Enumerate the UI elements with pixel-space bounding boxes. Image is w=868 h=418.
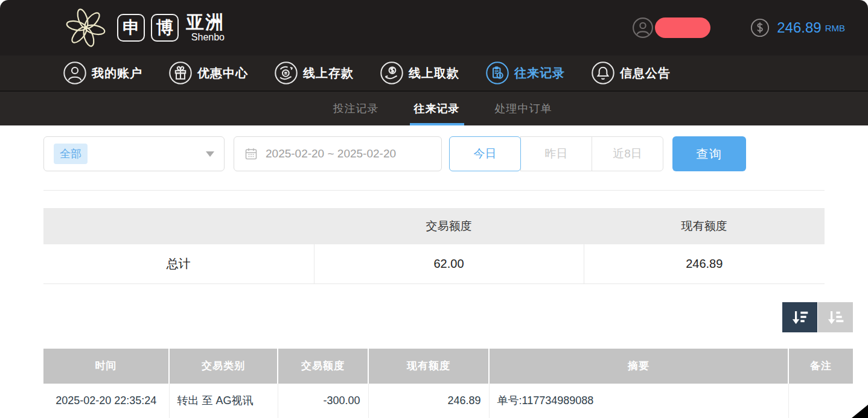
flower-logo-icon (60, 2, 111, 53)
tab-pending-orders[interactable]: 处理中订单 (495, 92, 552, 125)
nav-item-label: 线上存款 (303, 65, 354, 81)
tab-label: 投注记录 (333, 101, 379, 116)
type-select[interactable]: 全部 (43, 136, 225, 171)
username-redacted-pill[interactable] (655, 17, 710, 38)
records-header-note: 备注 (788, 349, 853, 384)
records-header-time: 时间 (43, 349, 169, 384)
balance-currency: RMB (825, 23, 845, 33)
summary-total-balance: 246.89 (584, 244, 825, 283)
record-note (788, 384, 853, 418)
nav-item-promotions[interactable]: 优惠中心 (169, 62, 248, 84)
nav-item-transactions[interactable]: 往来记录 (486, 62, 565, 84)
records-header-balance: 现有额度 (368, 349, 489, 384)
sort-descending-button[interactable] (782, 302, 817, 332)
sort-ascending-icon (826, 308, 845, 327)
header-account-area: 246.89 RMB (632, 17, 845, 39)
records-icon (486, 62, 509, 84)
query-button[interactable]: 查询 (672, 136, 746, 171)
logo-char-box: 申 (117, 14, 145, 42)
records-header-summary: 摘要 (489, 349, 788, 384)
user-icon (63, 62, 86, 84)
nav-item-label: 我的账户 (92, 65, 142, 81)
bell-icon (592, 62, 614, 84)
records-header-amount: 交易额度 (278, 349, 368, 384)
chevron-down-icon (206, 151, 214, 157)
summary-header-balance: 现有额度 (584, 208, 825, 244)
tab-label: 往来记录 (414, 101, 460, 116)
quick-range-today[interactable]: 今日 (449, 136, 521, 171)
sort-descending-icon (790, 308, 809, 327)
withdraw-icon (380, 62, 403, 84)
summary-total-label: 总计 (43, 244, 314, 283)
dollar-coin-icon (750, 18, 770, 37)
table-row: 2025-02-20 22:35:24 转出 至 AG视讯 -300.00 24… (43, 384, 853, 418)
records-header-row: 时间 交易类别 交易额度 现有额度 摘要 备注 (43, 349, 853, 384)
summary-header-empty (43, 208, 314, 244)
logo-char-box: 博 (151, 14, 179, 42)
calendar-icon (244, 147, 258, 161)
nav-item-label: 优惠中心 (197, 65, 248, 81)
summary-header-row: 交易额度 现有额度 (43, 208, 825, 244)
records-table: 时间 交易类别 交易额度 现有额度 摘要 备注 2025-02-20 22:35… (43, 349, 853, 418)
summary-total-transaction: 62.00 (314, 244, 584, 283)
section-divider (43, 190, 825, 191)
type-select-value: 全部 (54, 144, 88, 164)
record-summary: 单号:117734989088 (489, 384, 788, 418)
tab-betting-records[interactable]: 投注记录 (333, 92, 379, 125)
tab-label: 处理中订单 (495, 101, 552, 116)
record-type: 转出 至 AG视讯 (169, 384, 278, 418)
page: 申 博 亚洲 Shenbo 246.89 RMB (0, 0, 868, 418)
tab-transaction-records[interactable]: 往来记录 (414, 92, 460, 125)
balance-amount: 246.89 (777, 19, 821, 36)
record-balance: 246.89 (368, 384, 489, 418)
nav-item-announcements[interactable]: 信息公告 (592, 62, 671, 84)
logo-region-text: 亚洲 (186, 13, 225, 31)
date-range-value: 2025-02-20 ~ 2025-02-20 (266, 147, 396, 160)
subtab-bar: 投注记录 往来记录 处理中订单 (0, 92, 868, 125)
nav-item-my-account[interactable]: 我的账户 (63, 62, 142, 84)
summary-total-row: 总计 62.00 246.89 (43, 244, 825, 283)
filter-row: 全部 2025-02-20 ~ 2025-02-20 今日 昨日 近8日 查询 (43, 136, 825, 171)
summary-table: 交易额度 现有额度 总计 62.00 246.89 (43, 208, 825, 284)
nav-item-label: 信息公告 (620, 65, 671, 81)
record-amount: -300.00 (278, 384, 368, 418)
top-header: 申 博 亚洲 Shenbo 246.89 RMB (0, 0, 868, 55)
main-nav: 我的账户 优惠中心 线上存款 (0, 55, 868, 92)
logo-wordmark: 亚洲 Shenbo (186, 13, 225, 42)
sort-controls (0, 302, 853, 332)
logo-subtitle: Shenbo (191, 33, 225, 42)
nav-item-label: 线上取款 (409, 65, 459, 81)
quick-range-yesterday[interactable]: 昨日 (520, 136, 592, 171)
avatar-icon (632, 17, 654, 39)
date-range-input[interactable]: 2025-02-20 ~ 2025-02-20 (234, 136, 442, 171)
content: 全部 2025-02-20 ~ 2025-02-20 今日 昨日 近8日 查询 (0, 136, 868, 418)
nav-item-deposit[interactable]: 线上存款 (275, 62, 354, 84)
nav-item-withdraw[interactable]: 线上取款 (380, 62, 459, 84)
nav-item-label: 往来记录 (514, 65, 565, 81)
summary-header-transaction: 交易额度 (314, 208, 584, 244)
gift-icon (169, 62, 192, 84)
record-time: 2025-02-20 22:35:24 (43, 384, 169, 418)
quick-range-group: 今日 昨日 近8日 (449, 136, 663, 171)
quick-range-last8days[interactable]: 近8日 (592, 136, 663, 171)
corner-fold-decoration (852, 405, 868, 418)
records-header-type: 交易类别 (169, 349, 278, 384)
deposit-icon (275, 62, 298, 84)
sort-ascending-button[interactable] (818, 302, 853, 332)
brand-logo[interactable]: 申 博 亚洲 Shenbo (60, 2, 225, 53)
